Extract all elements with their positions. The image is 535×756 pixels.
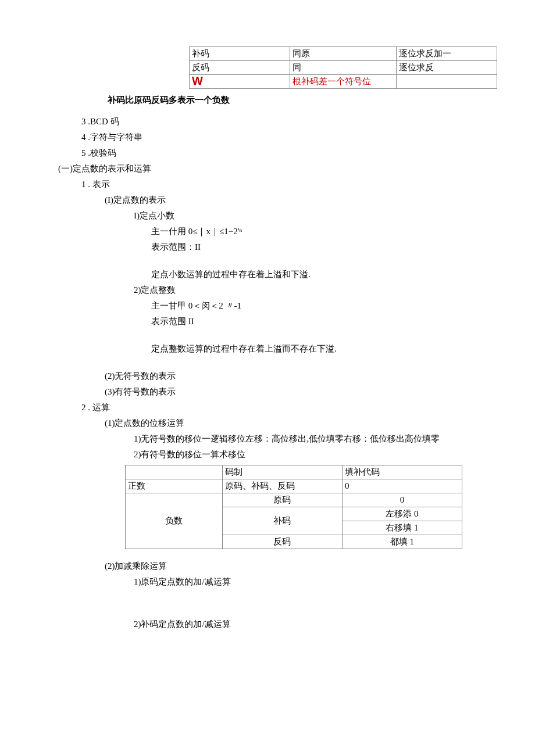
- list-item: (3)有符号数的表示: [105, 386, 483, 397]
- body-text: 主一什用 0≤｜x｜≤1−2'ⁿ: [151, 226, 483, 237]
- cell: 逐位求反加一: [396, 47, 497, 61]
- cell: 左移添 0: [342, 507, 462, 521]
- cell: 0: [342, 493, 462, 507]
- w-icon: W: [192, 76, 201, 85]
- cell: 填补代码: [342, 465, 462, 479]
- shift-table: 码制 填补代码 正数 原码、补码、反码 0 负数 原码 0 补码 左移添 0 右…: [125, 465, 462, 549]
- list-item: (2)加减乘除运算: [105, 561, 483, 572]
- body-text: 2)有符号数的移位一算术移位: [134, 449, 483, 460]
- cell: 0: [342, 479, 462, 493]
- cell: 码制: [222, 465, 342, 479]
- table-row: 负数 原码 0: [126, 493, 462, 507]
- list-item: (2)无符号数的表示: [105, 371, 483, 382]
- table-row: W 根补码差一个符号位: [190, 75, 497, 89]
- table-row: 码制 填补代码: [126, 465, 462, 479]
- cell: [396, 75, 497, 89]
- table-row: 正数 原码、补码、反码 0: [126, 479, 462, 493]
- list-item: (I)定点数的表示: [105, 195, 483, 206]
- body-text: 1)原码定点数的加/减运算: [134, 576, 483, 587]
- cell: [126, 465, 223, 479]
- cell: 都填 1: [342, 535, 462, 549]
- cell: 补码: [222, 507, 342, 535]
- cell: 反码: [222, 535, 342, 549]
- cell: 同原: [290, 47, 397, 61]
- body-text: 1)无符号数的移位一逻辑移位左移：高位移出,低位填零右移：低位移出高位填零: [134, 433, 483, 445]
- cell: 逐位求反: [396, 61, 497, 75]
- cell: 原码、补码、反码: [222, 479, 342, 493]
- body-text: 2)补码定点数的加/减运算: [134, 619, 483, 630]
- cell: 右移填 1: [342, 521, 462, 535]
- cell: 正数: [126, 479, 223, 493]
- list-item: 1 . 表示: [81, 179, 483, 190]
- body-text: 定点小数运算的过程中存在着上溢和下溢.: [151, 269, 483, 280]
- body-text: 定点整数运算的过程中存在着上溢而不存在下溢.: [151, 343, 483, 354]
- cell: 同: [290, 61, 397, 75]
- list-item: 4 .字符与字符串: [81, 132, 483, 143]
- cell: 原码: [222, 493, 342, 507]
- list-item: 5 .校验码: [81, 148, 483, 159]
- cell: 负数: [126, 493, 223, 549]
- body-text: 表示范围：II: [151, 242, 483, 253]
- cell: 补码: [190, 47, 290, 61]
- table-row: 反码 同 逐位求反: [190, 61, 497, 75]
- cell: W: [190, 75, 290, 89]
- list-item: 2)定点整数: [134, 285, 483, 296]
- code-table: 补码 同原 逐位求反加一 反码 同 逐位求反 W 根补码差一个符号位: [189, 46, 497, 89]
- bold-note: 补码比原码反码多表示一个负数: [108, 95, 483, 106]
- list-item: 3 .BCD 码: [81, 116, 483, 127]
- list-item: 2 . 运算: [81, 402, 483, 413]
- cell: 根补码差一个符号位: [290, 75, 397, 89]
- cell: 反码: [190, 61, 290, 75]
- body-text: 主一甘甲 0＜闵＜2 〃-1: [151, 300, 483, 311]
- table-row: 补码 同原 逐位求反加一: [190, 47, 497, 61]
- list-item: I)定点小数: [134, 210, 483, 221]
- section-heading: (一)定点数的表示和运算: [58, 163, 483, 174]
- body-text: 表示范围 II: [151, 316, 483, 327]
- list-item: (1)定点数的位移运算: [105, 418, 483, 429]
